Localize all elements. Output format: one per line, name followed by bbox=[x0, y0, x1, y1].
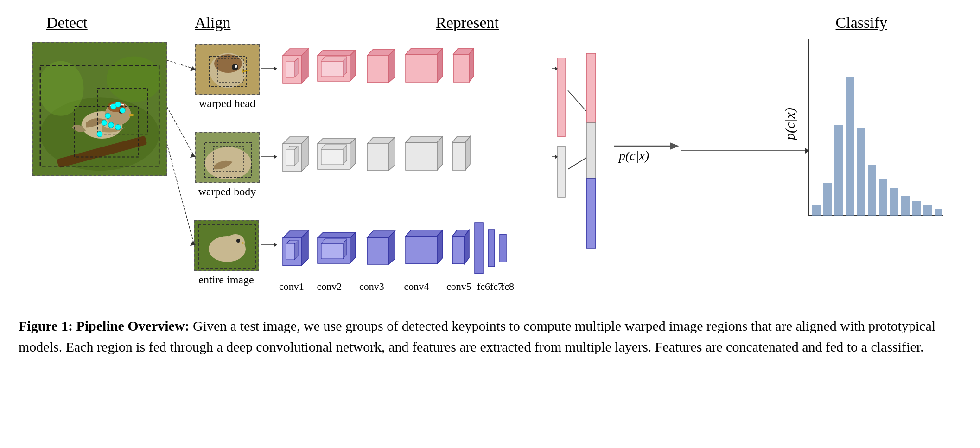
svg-point-20 bbox=[108, 122, 114, 128]
svg-point-38 bbox=[236, 239, 240, 243]
conv1-label: conv1 bbox=[276, 281, 307, 293]
svg-marker-78 bbox=[406, 136, 443, 142]
bird-canvas bbox=[32, 42, 167, 176]
conv1-head bbox=[276, 44, 311, 88]
svg-rect-106 bbox=[500, 234, 506, 262]
svg-rect-127 bbox=[935, 209, 942, 216]
full-thumbnail-wrapper: entire image bbox=[194, 220, 259, 286]
svg-marker-61 bbox=[469, 48, 474, 82]
svg-rect-111 bbox=[586, 179, 596, 248]
svg-rect-120 bbox=[857, 128, 865, 216]
svg-marker-100 bbox=[437, 230, 443, 264]
svg-marker-44 bbox=[286, 62, 294, 77]
head-thumbnail-wrapper: warped head bbox=[195, 44, 260, 110]
pcx-label: p(c|x) bbox=[614, 132, 688, 162]
conv3-body bbox=[362, 134, 399, 175]
fc8-label: fc8 bbox=[501, 281, 512, 293]
concat-bar bbox=[579, 51, 603, 252]
align-label: Align bbox=[195, 14, 230, 32]
pcx-text: p(c|x) bbox=[619, 148, 649, 163]
svg-marker-58 bbox=[437, 48, 443, 82]
svg-point-21 bbox=[115, 125, 121, 130]
svg-marker-101 bbox=[452, 236, 465, 264]
svg-marker-98 bbox=[406, 236, 437, 264]
conv2-label: conv2 bbox=[307, 281, 351, 293]
svg-marker-88 bbox=[294, 240, 298, 260]
svg-rect-125 bbox=[912, 201, 921, 216]
conv5-body bbox=[450, 134, 472, 175]
svg-rect-110 bbox=[586, 123, 596, 179]
svg-rect-117 bbox=[823, 183, 832, 216]
svg-marker-79 bbox=[437, 136, 443, 170]
svg-rect-116 bbox=[812, 205, 821, 216]
pcx-axis-label: p(c|x) bbox=[782, 108, 798, 140]
svg-point-3 bbox=[107, 57, 161, 102]
fc6-label: fc6 bbox=[477, 281, 490, 293]
conv5-full bbox=[450, 228, 471, 269]
svg-rect-109 bbox=[586, 53, 596, 123]
svg-point-19 bbox=[102, 120, 107, 126]
main-container: Detect Align Represent Classify bbox=[0, 0, 980, 376]
represent-label: Represent bbox=[436, 14, 499, 32]
svg-point-27 bbox=[235, 65, 237, 68]
svg-marker-70 bbox=[350, 138, 356, 169]
figure-caption: Figure 1: Pipeline Overview: Given a tes… bbox=[19, 315, 961, 357]
body-thumbnail-wrapper: warped body bbox=[195, 132, 260, 198]
svg-marker-90 bbox=[318, 232, 356, 238]
bird-image bbox=[32, 42, 167, 176]
svg-marker-71 bbox=[321, 149, 343, 165]
svg-point-22 bbox=[97, 131, 102, 137]
svg-rect-108 bbox=[558, 146, 565, 197]
svg-marker-69 bbox=[318, 138, 356, 144]
diagram-area: Detect Align Represent Classify bbox=[19, 14, 961, 301]
fc-body-area bbox=[556, 144, 566, 199]
conv4-body bbox=[401, 134, 447, 175]
svg-marker-50 bbox=[321, 61, 343, 77]
conv3-head bbox=[362, 45, 399, 87]
svg-marker-113 bbox=[670, 142, 679, 150]
fc8-full bbox=[498, 232, 508, 264]
fc7-label: fc7 bbox=[490, 281, 501, 293]
body-label: warped body bbox=[198, 186, 256, 198]
svg-rect-104 bbox=[475, 223, 483, 274]
svg-rect-123 bbox=[890, 188, 898, 216]
conv4-head bbox=[401, 46, 447, 87]
svg-marker-59 bbox=[453, 54, 469, 82]
layer-labels: conv1 conv2 conv3 conv4 conv5 fc6 fc7 fc… bbox=[276, 281, 512, 293]
svg-marker-51 bbox=[321, 57, 347, 61]
svg-rect-107 bbox=[558, 58, 565, 137]
svg-rect-121 bbox=[868, 165, 876, 216]
svg-marker-56 bbox=[406, 54, 437, 82]
svg-marker-46 bbox=[294, 58, 298, 77]
cnn-row-body bbox=[276, 132, 472, 176]
cnn-row-full bbox=[276, 220, 508, 276]
svg-marker-93 bbox=[321, 239, 347, 243]
svg-line-128 bbox=[167, 60, 194, 69]
cnn-row-head bbox=[276, 44, 477, 88]
svg-rect-122 bbox=[879, 179, 887, 216]
svg-point-2 bbox=[38, 61, 84, 115]
head-label: warped head bbox=[199, 97, 255, 110]
svg-line-132 bbox=[167, 144, 194, 243]
classification-chart bbox=[799, 35, 948, 230]
svg-marker-91 bbox=[350, 232, 356, 263]
svg-line-130 bbox=[167, 107, 194, 155]
bird-illustration bbox=[33, 43, 166, 175]
svg-marker-57 bbox=[406, 48, 443, 54]
conv2-body bbox=[313, 134, 359, 174]
fc6-full bbox=[473, 220, 484, 276]
caption-bold: Figure 1: Pipeline Overview: bbox=[19, 318, 190, 333]
conv2-head bbox=[313, 46, 359, 86]
conv3-label: conv3 bbox=[351, 281, 392, 293]
full-thumbnail bbox=[194, 220, 259, 271]
conv4-full bbox=[401, 228, 447, 269]
svg-marker-92 bbox=[321, 243, 343, 259]
svg-marker-53 bbox=[367, 56, 388, 83]
head-thumbnail bbox=[195, 44, 260, 95]
conv3-full bbox=[362, 227, 399, 269]
full-image-label: entire image bbox=[198, 274, 254, 286]
conv1-body bbox=[276, 132, 311, 176]
svg-point-16 bbox=[115, 102, 121, 107]
body-thumbnail bbox=[195, 132, 260, 183]
conv4-label: conv4 bbox=[392, 281, 441, 293]
